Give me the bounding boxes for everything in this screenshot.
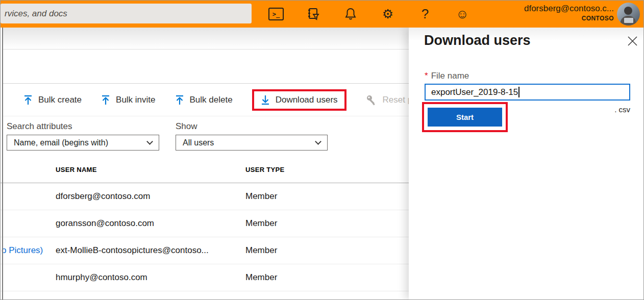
chevron-down-icon (315, 138, 321, 145)
key-icon (366, 94, 377, 106)
search-attributes-label: Search attributes (7, 121, 159, 132)
highlight-box-download-users: Download users (252, 89, 346, 111)
cloud-shell-icon[interactable]: >_ (268, 6, 284, 22)
screen: rvices, and docs >_ (0, 0, 644, 300)
highlight-box-start: Start (422, 102, 508, 132)
close-icon[interactable] (626, 34, 639, 47)
account-menu[interactable]: dforsberg@contoso.c... CONTOSO (524, 4, 614, 22)
person-photo-icon (617, 3, 640, 26)
column-header-user-type: USER TYPE (245, 166, 284, 173)
feedback-smiley-icon[interactable]: ☺ (454, 6, 470, 22)
chevron-down-icon (146, 138, 153, 145)
download-users-panel: Download users *File name exportUser_201… (409, 28, 644, 299)
global-search-input[interactable]: rvices, and docs (1, 4, 252, 23)
directory-filter-icon[interactable] (305, 6, 321, 22)
text-caret (518, 87, 519, 97)
bulk-invite-button[interactable]: Bulk invite (101, 95, 155, 105)
filters-row: Search attributes Name, email (begins wi… (7, 121, 328, 151)
search-attributes-dropdown[interactable]: Name, email (begins with) (7, 135, 159, 151)
bulk-create-button[interactable]: Bulk create (23, 95, 82, 105)
column-header-user-name: USER NAME (56, 166, 97, 173)
upload-icon (175, 95, 184, 105)
avatar[interactable] (617, 3, 640, 26)
file-name-input[interactable]: exportUser_2019-8-15 (425, 84, 630, 101)
bulk-delete-button[interactable]: Bulk delete (175, 95, 233, 105)
account-email: dforsberg@contoso.c... (524, 4, 614, 14)
help-icon[interactable]: ? (417, 6, 433, 22)
download-icon (261, 95, 270, 105)
csv-extension-label: . csv (614, 105, 630, 114)
start-button[interactable]: Start (428, 108, 502, 127)
account-tenant: CONTOSO (524, 15, 614, 22)
show-label: Show (176, 121, 328, 132)
display-name-link[interactable]: o Pictures) (2, 245, 43, 256)
settings-gear-icon[interactable]: ⚙ (380, 6, 396, 22)
search-placeholder: rvices, and docs (5, 9, 67, 19)
search-attributes-group: Search attributes Name, email (begins wi… (7, 121, 159, 151)
download-users-button[interactable]: Download users (261, 95, 338, 105)
notifications-bell-icon[interactable] (342, 6, 359, 22)
upload-icon (101, 95, 110, 105)
file-name-value: exportUser_2019-8-15 (431, 87, 518, 97)
required-marker: * (425, 71, 428, 81)
top-bar: rvices, and docs >_ (1, 1, 643, 28)
file-name-label: *File name (425, 71, 469, 81)
show-dropdown[interactable]: All users (176, 135, 328, 151)
topbar-icons: >_ ⚙ ? (268, 1, 470, 28)
panel-title: Download users (424, 33, 531, 48)
show-group: Show All users (176, 121, 328, 151)
upload-icon (23, 95, 33, 105)
content-left-border (2, 28, 3, 299)
